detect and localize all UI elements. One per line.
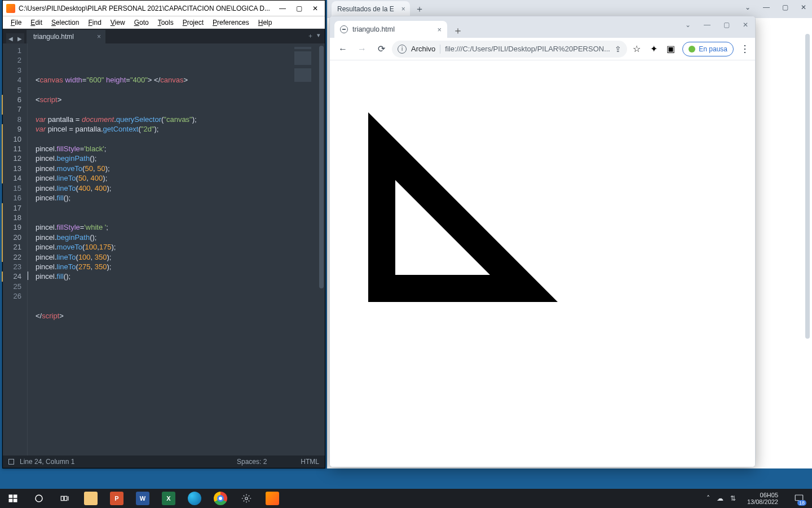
windows-taskbar: P W X ˄ ☁ ⇅ 06H05 13/08/2022 18	[0, 489, 812, 508]
sublime-menubar: FileEditSelectionFindViewGotoToolsProjec…	[3, 16, 325, 29]
browser-tab-triangulo[interactable]: triangulo.html ×	[334, 21, 447, 38]
editor-tab-title: triangulo.html	[33, 33, 74, 41]
menu-help[interactable]: Help	[254, 19, 277, 27]
side-panel-icon[interactable]: ▣	[665, 44, 676, 54]
minimize-icon[interactable]: —	[279, 5, 286, 12]
close-icon[interactable]: ✕	[801, 3, 806, 11]
toolbar-right-icons: ☆ ✦ ▣ En pausa ⋯	[629, 42, 751, 56]
taskbar-clock[interactable]: 06H05 13/08/2022	[743, 492, 783, 505]
menu-project[interactable]: Project	[178, 19, 208, 27]
svg-rect-3	[14, 494, 17, 498]
svg-rect-8	[64, 496, 67, 501]
new-tab-button[interactable]: ＋	[307, 32, 314, 40]
menu-goto[interactable]: Goto	[130, 19, 153, 27]
start-button[interactable]	[0, 489, 26, 508]
tray-onedrive-icon[interactable]: ☁	[717, 494, 723, 502]
taskbar-app-explorer[interactable]	[78, 489, 104, 508]
star-icon[interactable]: ☆	[632, 44, 642, 54]
taskbar-app-chrome[interactable]	[208, 489, 233, 508]
tray-network-icon[interactable]: ⇅	[730, 494, 736, 502]
bg-tab-title: Resultados de la E	[337, 5, 394, 13]
editor-tab-triangulo[interactable]: triangulo.html ×	[27, 30, 105, 43]
menu-find[interactable]: Find	[83, 19, 105, 27]
menu-edit[interactable]: Edit	[26, 19, 47, 27]
sublime-titlebar[interactable]: C:\Users\PILI\Desktop\PILAR PERSONAL 202…	[3, 1, 325, 16]
close-icon[interactable]: ✕	[742, 21, 749, 29]
cortana-button[interactable]	[26, 489, 52, 508]
taskbar-app-word[interactable]: W	[130, 489, 156, 508]
reload-button[interactable]: ⟳	[373, 41, 390, 58]
notification-count-badge: 18	[797, 500, 806, 506]
menu-tools[interactable]: Tools	[153, 19, 178, 27]
info-icon[interactable]: i	[398, 45, 407, 54]
sublime-icon	[6, 4, 15, 13]
sublime-window-controls: — ▢ ✕	[276, 5, 321, 12]
taskbar-app-excel[interactable]: X	[156, 489, 182, 508]
close-icon[interactable]: ×	[437, 25, 442, 34]
new-tab-button[interactable]: ＋	[451, 23, 465, 38]
line-number-gutter[interactable]: 1234567891011121314151617181920212223242…	[3, 43, 28, 456]
taskbar-app-powerpoint[interactable]: P	[104, 489, 130, 508]
sublime-window: C:\Users\PILI\Desktop\PILAR PERSONAL 202…	[2, 0, 325, 468]
forward-button[interactable]: →	[354, 41, 370, 58]
menu-selection[interactable]: Selection	[47, 19, 83, 27]
browser-viewport	[330, 60, 755, 467]
profile-paused-chip[interactable]: En pausa	[682, 42, 734, 56]
url-scheme-label: Archivo	[411, 45, 435, 53]
task-view-button[interactable]	[52, 489, 78, 508]
tab-history-back[interactable]: ◀	[6, 33, 15, 43]
status-cursor-position: Line 24, Column 1	[20, 458, 74, 466]
chevron-down-icon[interactable]: ⌄	[745, 3, 751, 11]
bg-new-tab-button[interactable]: ＋	[412, 2, 427, 16]
panel-toggle-icon[interactable]	[8, 459, 14, 465]
tray-chevron-icon[interactable]: ˄	[707, 494, 710, 502]
svg-point-10	[245, 497, 248, 500]
code-editor[interactable]: <canvas width="600" height="400"> </canv…	[28, 43, 291, 456]
close-icon[interactable]: ×	[97, 33, 101, 41]
menu-view[interactable]: View	[106, 19, 130, 27]
menu-preferences[interactable]: Preferences	[208, 19, 254, 27]
leaf-icon	[689, 46, 695, 52]
status-indent[interactable]: Spaces: 2	[237, 458, 267, 466]
separator	[440, 45, 440, 54]
bg-browser-tab[interactable]: Resultados de la E ×	[332, 1, 410, 17]
scrollbar-thumb[interactable]	[319, 46, 324, 288]
svg-point-6	[36, 495, 42, 502]
action-center-button[interactable]: 18	[789, 489, 809, 508]
status-syntax[interactable]: HTML	[301, 458, 319, 466]
sublime-tabbar: ◀ ▶ triangulo.html × ＋ ▾	[3, 29, 325, 43]
maximize-icon[interactable]: ▢	[782, 3, 788, 11]
close-icon[interactable]: ✕	[312, 5, 318, 12]
minimize-icon[interactable]: —	[763, 3, 770, 11]
profile-paused-label: En pausa	[699, 45, 727, 53]
taskbar-app-sublime[interactable]	[259, 489, 285, 508]
back-button[interactable]: ←	[334, 41, 351, 58]
close-icon[interactable]: ×	[401, 5, 405, 13]
svg-rect-5	[14, 499, 17, 502]
taskbar-app-settings[interactable]	[233, 489, 259, 508]
svg-rect-4	[9, 499, 13, 502]
menu-file[interactable]: File	[6, 19, 26, 27]
kebab-menu-icon[interactable]: ⋯	[740, 44, 751, 54]
text-cursor	[28, 271, 28, 280]
browser-window-controls: ⌄ — ▢ ✕	[684, 21, 749, 29]
clock-time: 06H05	[760, 492, 778, 498]
window-title: C:\Users\PILI\Desktop\PILAR PERSONAL 202…	[19, 5, 276, 12]
address-bar[interactable]: i Archivo file:///C:/Users/PILI/Desktop/…	[392, 41, 627, 58]
minimap[interactable]	[291, 43, 318, 456]
editor-scrollbar[interactable]	[318, 43, 325, 456]
browser-toolbar: ← → ⟳ i Archivo file:///C:/Users/PILI/De…	[330, 38, 755, 60]
tab-history-nav: ◀ ▶	[6, 33, 24, 43]
tab-overflow-icon[interactable]: ▾	[317, 32, 320, 40]
svg-rect-2	[9, 494, 13, 498]
taskbar-app-edge[interactable]	[182, 489, 208, 508]
share-icon[interactable]: ⇪	[615, 45, 621, 54]
browser-tab-title: triangulo.html	[352, 25, 395, 33]
svg-rect-7	[61, 496, 64, 501]
minimize-icon[interactable]: —	[703, 21, 711, 29]
chevron-down-icon[interactable]: ⌄	[684, 21, 692, 29]
tab-history-fwd[interactable]: ▶	[15, 33, 24, 43]
maximize-icon[interactable]: ▢	[296, 5, 302, 12]
extensions-icon[interactable]: ✦	[648, 44, 659, 54]
maximize-icon[interactable]: ▢	[722, 21, 730, 29]
